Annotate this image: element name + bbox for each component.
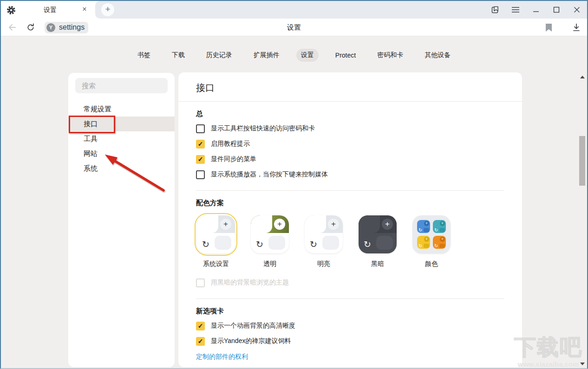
reload-icon: ↻ (364, 239, 371, 250)
search-input[interactable] (75, 78, 168, 93)
sidebar-item[interactable]: 常规设置 (68, 102, 175, 117)
page-chip (439, 244, 445, 248)
theme-tile-preview[interactable]: +↻+↻+↻+↻ (412, 215, 451, 253)
checkbox-label: 显件同步的菜单 (211, 155, 256, 163)
maximize-icon[interactable] (546, 1, 567, 19)
reload-icon[interactable] (26, 23, 35, 32)
checkbox[interactable] (196, 124, 205, 133)
plus-icon: + (424, 237, 429, 242)
address-bar-page-title: 设置 (1, 23, 587, 32)
tile-page (322, 236, 339, 250)
checkbox-option[interactable]: ✓显示一个动画背景的高清晰度 (196, 321, 504, 331)
url-text: settings (59, 23, 85, 32)
settings-page: 书签下载历史记录扩展插件设置Protect密码和卡其他设备 常规设置接口工具网站… (1, 37, 587, 368)
menu-icon[interactable] (505, 1, 526, 19)
checkbox-option[interactable]: 显示系统播放器，当你按下键来控制媒体 (196, 169, 504, 180)
nav-tab[interactable]: 历史记录 (202, 49, 237, 62)
checkbox-option[interactable]: ✓启用教程提示 (196, 139, 504, 149)
close-icon[interactable] (567, 1, 587, 19)
gear-icon[interactable] (6, 5, 16, 15)
tile-tab (251, 215, 272, 233)
checkbox[interactable]: ✓ (196, 140, 205, 149)
annotation-arrow (94, 147, 173, 198)
checkbox-label: 显示Yandex的禅宗建议饲料 (211, 337, 291, 345)
scrollbar[interactable] (579, 73, 586, 367)
checkbox-option-disabled: 用黑暗的背景暗浏览的主题 (196, 278, 504, 288)
settings-panel: 接口 总 显示工具栏按钮快速的访问密码和卡✓启用教程提示✓显件同步的菜单显示系统… (178, 72, 522, 367)
color-swatch: +↻ (417, 220, 430, 233)
theme-tile-preview[interactable]: +↻ (197, 215, 235, 253)
new-tab-options: ✓显示一个动画背景的高清晰度✓显示Yandex的禅宗建议饲料 (196, 321, 504, 346)
theme-list: +↻系统设置+↻透明+↻明亮+↻黑暗+↻+↻+↻+↻颜色 (196, 213, 504, 268)
checkbox[interactable]: ✓ (196, 337, 205, 346)
scrollbar-up-icon[interactable] (580, 76, 585, 78)
site-icon: Y (46, 23, 55, 32)
nav-tab[interactable]: Protect (331, 49, 360, 61)
checkbox-option[interactable]: ✓显件同步的菜单 (196, 154, 504, 164)
page-title: 接口 (196, 82, 504, 94)
nav-tab[interactable]: 下载 (167, 49, 189, 62)
plus-icon: + (220, 219, 231, 230)
general-options: 显示工具栏按钮快速的访问密码和卡✓启用教程提示✓显件同步的菜单显示系统播放器，当… (196, 123, 504, 180)
address-bar: 设置 Y settings (1, 19, 587, 36)
section-heading-general: 总 (196, 110, 504, 118)
plus-icon: + (274, 219, 285, 230)
checkbox-label: 显示工具栏按钮快速的访问密码和卡 (211, 124, 315, 133)
settings-link[interactable]: 定制的部件的权利 (196, 353, 504, 361)
checkbox-label: 显示系统播放器，当你按下键来控制媒体 (211, 170, 328, 179)
nav-tab[interactable]: 扩展插件 (249, 49, 284, 62)
theme-label: 颜色 (425, 260, 438, 268)
plus-icon: + (382, 219, 393, 230)
page-chip (424, 244, 429, 248)
site-identity-badge[interactable]: Y settings (45, 22, 88, 33)
panel-header: 接口 (178, 72, 522, 102)
theme-option[interactable]: +↻+↻+↻+↻颜色 (412, 213, 451, 268)
theme-option[interactable]: +↻黑暗 (358, 213, 398, 268)
checkbox-option[interactable]: 显示工具栏按钮快速的访问密码和卡 (196, 123, 504, 134)
plus-icon: + (328, 219, 339, 230)
theme-option[interactable]: +↻明亮 (304, 213, 344, 268)
reload-icon: ↻ (434, 243, 438, 248)
checkbox[interactable] (196, 170, 205, 179)
tab-title: 设置 (44, 6, 57, 14)
settings-nav-tabs: 书签下载历史记录扩展插件设置Protect密码和卡其他设备 (1, 49, 587, 62)
checkbox[interactable]: ✓ (196, 155, 205, 164)
theme-tile-preview[interactable]: +↻ (305, 215, 343, 253)
back-icon[interactable] (7, 23, 17, 32)
checkbox (196, 278, 205, 287)
nav-tab[interactable]: 密码和卡 (372, 49, 408, 62)
scrollbar-thumb[interactable] (579, 136, 585, 186)
checkbox[interactable]: ✓ (196, 322, 205, 330)
tile-tab (197, 215, 218, 233)
nav-tab[interactable]: 设置 (296, 49, 319, 62)
color-swatch: +↻ (433, 220, 446, 233)
nav-tab[interactable]: 书签 (133, 49, 155, 62)
theme-option[interactable]: +↻系统设置 (196, 213, 236, 268)
theme-label: 黑暗 (371, 260, 384, 268)
tile-page (215, 236, 231, 250)
theme-option[interactable]: +↻透明 (250, 213, 290, 268)
checkbox-option[interactable]: ✓显示Yandex的禅宗建议饲料 (196, 336, 504, 346)
page-chip (424, 228, 429, 232)
new-tab-button[interactable]: + (101, 3, 114, 16)
side-panels-icon[interactable] (485, 1, 505, 19)
theme-tile-preview[interactable]: +↻ (359, 215, 397, 253)
theme-tile-preview[interactable]: +↻ (251, 215, 289, 253)
tab-close-icon[interactable]: × (80, 5, 89, 13)
tile-page (268, 236, 285, 250)
page-chip (439, 228, 445, 232)
checkbox-label: 启用教程提示 (211, 140, 250, 148)
sidebar-item[interactable]: 工具 (68, 131, 175, 146)
browser-tab-settings[interactable]: 设置 × (30, 1, 95, 19)
reload-icon: ↻ (418, 227, 422, 233)
reload-icon: ↻ (434, 227, 438, 233)
nav-tab[interactable]: 其他设备 (420, 49, 455, 62)
tile-tab (305, 215, 326, 233)
scrollbar-down-icon[interactable] (580, 363, 585, 365)
reload-icon: ↻ (202, 239, 209, 250)
color-swatch: +↻ (433, 236, 446, 249)
browser-window: 设置 × + (0, 0, 588, 369)
reload-icon: ↻ (310, 239, 317, 250)
minimize-icon[interactable] (526, 1, 546, 19)
download-icon[interactable] (572, 23, 581, 32)
